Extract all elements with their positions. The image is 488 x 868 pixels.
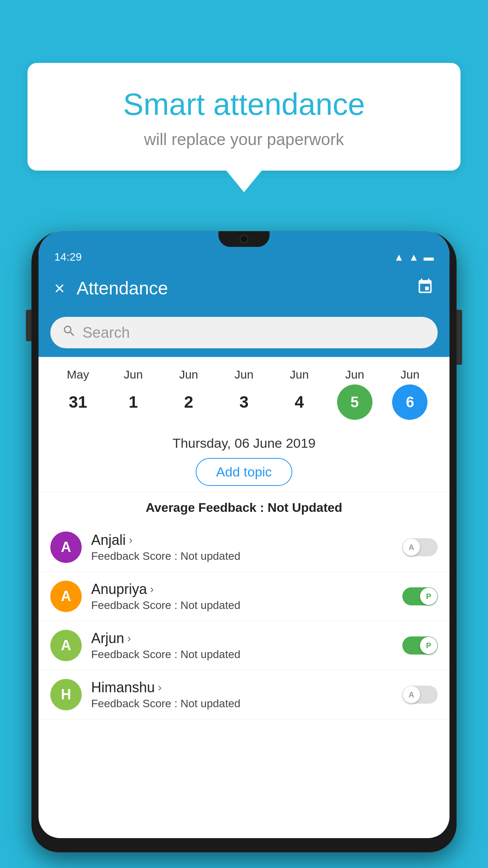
status-time: 14:29 xyxy=(54,251,394,263)
search-icon xyxy=(62,324,76,342)
attendance-toggle[interactable]: P xyxy=(402,587,438,605)
cal-month-6: Jun xyxy=(384,368,435,381)
wifi-icon: ▲ xyxy=(394,251,404,263)
avatar: A xyxy=(50,630,82,661)
camera-icon xyxy=(240,235,248,243)
attendance-toggle[interactable]: A xyxy=(402,538,438,556)
feedback-value: Not Updated xyxy=(268,500,342,515)
student-info: Anjali › Feedback Score : Not updated xyxy=(91,532,393,563)
signal-icon: ▲ xyxy=(409,251,419,263)
cal-date-wrapper-0[interactable]: 31 xyxy=(52,393,103,412)
phone-screen: 14:29 ▲ ▲ ▬ × Attendance xyxy=(39,231,449,838)
speech-bubble-subtitle: will replace your paperwork xyxy=(47,130,441,149)
phone-frame: 14:29 ▲ ▲ ▬ × Attendance xyxy=(31,231,457,852)
search-container: Search xyxy=(39,310,449,357)
feedback-score: Feedback Score : Not updated xyxy=(91,550,393,563)
speech-bubble-pointer xyxy=(226,171,262,192)
selected-date-label: Thursday, 06 June 2019 xyxy=(39,436,449,451)
list-item: H Himanshu › Feedback Score : Not update… xyxy=(39,670,449,719)
cal-date-1: 1 xyxy=(108,393,159,412)
search-placeholder: Search xyxy=(83,324,130,341)
avatar: H xyxy=(50,679,82,710)
feedback-score: Feedback Score : Not updated xyxy=(91,697,393,710)
student-info: Arjun › Feedback Score : Not updated xyxy=(91,630,393,661)
cal-date-wrapper-4[interactable]: 4 xyxy=(274,393,325,412)
calendar-section: May Jun Jun Jun Jun Jun Jun 31 1 xyxy=(39,357,449,428)
cal-month-4: Jun xyxy=(274,368,325,381)
cal-date-wrapper-5[interactable]: 5 xyxy=(329,384,380,420)
chevron-right-icon: › xyxy=(158,681,161,694)
avatar: A xyxy=(50,531,82,563)
chevron-right-icon: › xyxy=(150,583,154,596)
speech-bubble-container: Smart attendance will replace your paper… xyxy=(28,63,460,192)
calendar-dates-row: 31 1 2 3 4 5 xyxy=(50,384,438,420)
cal-month-5: Jun xyxy=(329,368,380,381)
cal-month-2: Jun xyxy=(163,368,214,381)
speech-bubble: Smart attendance will replace your paper… xyxy=(28,63,460,171)
cal-date-5: 5 xyxy=(337,384,372,420)
add-topic-button[interactable]: Add topic xyxy=(196,458,292,486)
cal-date-wrapper-6[interactable]: 6 xyxy=(384,384,435,420)
header-title: Attendance xyxy=(77,278,405,299)
attendance-toggle[interactable]: A xyxy=(402,686,438,704)
phone-notch xyxy=(218,231,270,247)
cal-month-0: May xyxy=(52,368,103,381)
status-icons: ▲ ▲ ▬ xyxy=(394,251,434,263)
student-name[interactable]: Anupriya › xyxy=(91,581,393,598)
avatar: A xyxy=(50,581,82,612)
cal-date-6: 6 xyxy=(392,384,427,420)
chevron-right-icon: › xyxy=(129,534,132,546)
cal-date-2: 2 xyxy=(163,393,214,412)
student-info: Himanshu › Feedback Score : Not updated xyxy=(91,679,393,710)
calendar-icon[interactable] xyxy=(416,278,434,299)
student-name[interactable]: Arjun › xyxy=(91,630,393,647)
student-info: Anupriya › Feedback Score : Not updated xyxy=(91,581,393,612)
phone-container: 14:29 ▲ ▲ ▬ × Attendance xyxy=(31,224,457,868)
cal-month-3: Jun xyxy=(218,368,270,381)
student-name[interactable]: Himanshu › xyxy=(91,679,393,696)
cal-date-wrapper-3[interactable]: 3 xyxy=(218,393,270,412)
feedback-score: Feedback Score : Not updated xyxy=(91,648,393,661)
chevron-right-icon: › xyxy=(127,632,131,645)
cal-month-1: Jun xyxy=(108,368,159,381)
list-item: A Anupriya › Feedback Score : Not update… xyxy=(39,572,449,621)
cal-date-4: 4 xyxy=(274,393,325,412)
speech-bubble-title: Smart attendance xyxy=(47,86,441,122)
search-bar[interactable]: Search xyxy=(50,317,438,348)
attendance-toggle[interactable]: P xyxy=(402,636,438,655)
student-list: A Anjali › Feedback Score : Not updated … xyxy=(39,523,449,719)
battery-icon: ▬ xyxy=(424,251,434,263)
close-button[interactable]: × xyxy=(54,279,65,297)
feedback-score: Feedback Score : Not updated xyxy=(91,599,393,612)
cal-date-3: 3 xyxy=(218,393,270,412)
feedback-label: Average Feedback : xyxy=(146,500,268,515)
list-item: A Arjun › Feedback Score : Not updated P xyxy=(39,621,449,670)
date-info: Thursday, 06 June 2019 Add topic xyxy=(39,428,449,493)
app-header: × Attendance xyxy=(39,267,449,310)
status-bar: 14:29 ▲ ▲ ▬ xyxy=(39,231,449,267)
cal-date-wrapper-2[interactable]: 2 xyxy=(163,393,214,412)
cal-date-0: 31 xyxy=(52,393,103,412)
average-feedback: Average Feedback : Not Updated xyxy=(39,493,449,523)
list-item: A Anjali › Feedback Score : Not updated … xyxy=(39,523,449,572)
calendar-months-row: May Jun Jun Jun Jun Jun Jun xyxy=(50,368,438,381)
cal-date-wrapper-1[interactable]: 1 xyxy=(108,393,159,412)
student-name[interactable]: Anjali › xyxy=(91,532,393,548)
